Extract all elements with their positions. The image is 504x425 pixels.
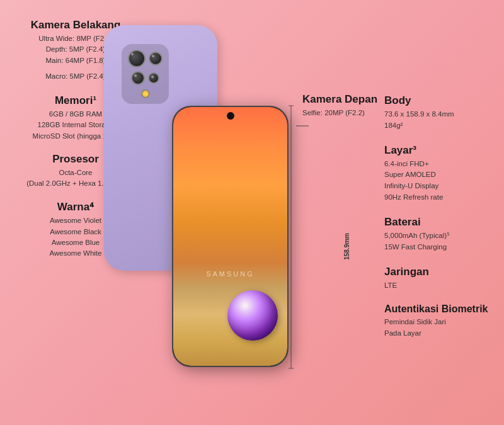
page-container: Kamera Belakang Ultra Wide: 8MP (F2.2) D…: [0, 0, 504, 425]
main-lens: [128, 50, 146, 67]
samsung-logo: SAMSUNG: [206, 270, 255, 278]
layar-title: Layar³: [384, 144, 495, 157]
autentikasi-title: Autentikasi Biometrik: [384, 303, 495, 315]
height-dimension-label: 158.9mm: [343, 233, 350, 260]
spec-autentikasi: Autentikasi Biometrik Pemindai Sidik Jar…: [384, 303, 495, 339]
phone-front: SAMSUNG: [167, 101, 293, 371]
spec-layar: Layar³ 6.4-inci FHD+ Super AMOLED Infini…: [384, 144, 495, 203]
depth-lens: [131, 71, 145, 85]
camera-module: [122, 44, 169, 104]
phone-notch: [227, 112, 234, 120]
phone-ball-decoration: [227, 290, 278, 341]
layar-detail: 6.4-inci FHD+ Super AMOLED Infinity-U Di…: [384, 159, 495, 203]
baterai-title: Baterai: [384, 216, 495, 229]
body-detail: 73.6 x 158.9 x 8.4mm 184g²: [384, 109, 495, 132]
jaringan-title: Jaringan: [384, 266, 495, 278]
phone-screen: SAMSUNG: [173, 107, 287, 366]
spec-jaringan: Jaringan LTE: [384, 266, 495, 292]
spec-body: Body 73.6 x 158.9 x 8.4mm 184g²: [384, 94, 495, 132]
spec-baterai: Baterai 5,000mAh (Typical)⁵ 15W Fast Cha…: [384, 216, 495, 253]
ultrawide-lens: [149, 52, 163, 65]
macro-lens: [148, 72, 159, 84]
jaringan-detail: LTE: [384, 280, 495, 292]
body-title: Body: [384, 94, 495, 107]
flash: [141, 89, 150, 98]
baterai-detail: 5,000mAh (Typical)⁵ 15W Fast Charging: [384, 230, 495, 253]
autentikasi-detail: Pemindai Sidik Jari Pada Layar: [384, 317, 495, 339]
right-column: Body 73.6 x 158.9 x 8.4mm 184g² Layar³ 6…: [384, 94, 495, 352]
phone-front-body: SAMSUNG: [172, 106, 289, 367]
